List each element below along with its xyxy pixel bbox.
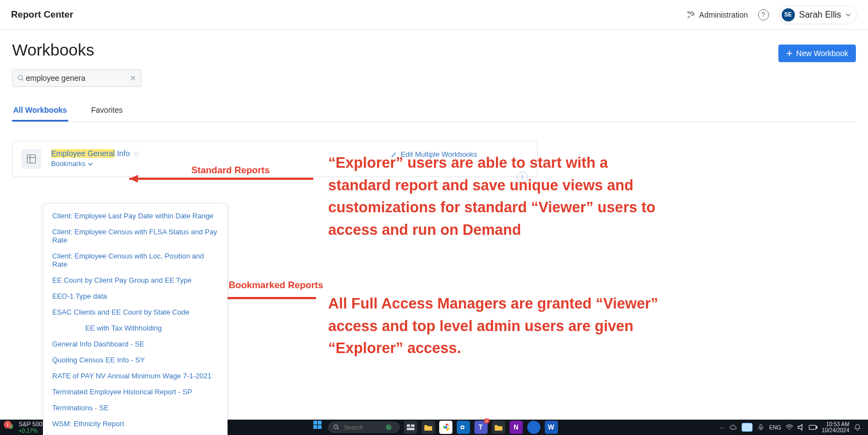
chevron-down-icon (845, 12, 851, 18)
search-box[interactable]: ✕ (12, 69, 141, 87)
bookmarks-toggle[interactable]: Bookmarks (51, 160, 140, 168)
taskbar-search-input[interactable] (343, 423, 382, 431)
bookmarks-label: Bookmarks (51, 160, 86, 168)
taskbar-center: T2 N W (311, 421, 558, 434)
svg-rect-14 (411, 425, 414, 427)
bookmark-item[interactable]: Client: Employee Census with Loc, Positi… (43, 248, 227, 272)
clear-icon[interactable]: ✕ (130, 74, 136, 82)
start-button[interactable] (311, 421, 324, 434)
plus-icon (786, 50, 793, 57)
bookmark-item[interactable]: Client: Employee Last Pay Date within Da… (43, 208, 227, 224)
svg-rect-13 (407, 425, 410, 427)
workbook-title-rest: Info (115, 149, 130, 158)
annotation-paragraph-1: “Explorer” users are able to start with … (328, 152, 664, 241)
new-workbook-label: New Workbook (796, 49, 848, 58)
stock-widget[interactable]: S&P 500 +0.17% (19, 421, 42, 433)
battery-icon[interactable] (809, 425, 817, 430)
outlook-icon[interactable] (457, 421, 470, 434)
notification-badge: ! (4, 421, 12, 428)
zoom-icon[interactable] (527, 421, 540, 434)
header-right: Administration ? SE Sarah Ellis (686, 5, 857, 24)
svg-rect-21 (760, 425, 762, 428)
page-stage: Workbooks New Workbook ✕ All Workbooks F… (0, 30, 868, 420)
favorite-star-icon[interactable]: ☆ (133, 149, 140, 158)
tabs: All Workbooks Favorites (12, 100, 856, 122)
page-title: Workbooks (12, 41, 95, 59)
help-button[interactable]: ? (758, 9, 769, 20)
weather-widget-icon: ! (5, 422, 15, 432)
stock-label: S&P 500 (19, 421, 42, 427)
teams-icon[interactable]: T2 (474, 421, 488, 434)
task-view-icon[interactable] (404, 421, 417, 434)
user-name: Sarah Ellis (799, 10, 841, 20)
notifications-icon[interactable] (854, 423, 861, 431)
title-row: Workbooks New Workbook (12, 37, 856, 69)
clock[interactable]: 10:53 AM 10/24/2024 (822, 421, 849, 433)
help-icon: ? (758, 9, 769, 20)
bookmark-item[interactable]: ESAC Clients and EE Count by State Code (43, 304, 227, 320)
workbook-body: Employee General Info ☆ Bookmarks (51, 149, 140, 168)
stock-pct: +0.17% (19, 428, 42, 434)
explorer-icon[interactable] (422, 421, 435, 434)
administration-link[interactable]: Administration (686, 10, 748, 20)
tools-icon (686, 10, 696, 20)
tab-favorites[interactable]: Favorites (90, 100, 124, 122)
bookmark-item[interactable]: WSM: Ethnicity Report (43, 416, 227, 432)
svg-point-20 (461, 426, 463, 428)
workbook-title-link[interactable]: Employee General Info (51, 149, 130, 158)
onedrive-icon[interactable] (729, 423, 737, 431)
volume-icon[interactable] (798, 423, 804, 431)
bookmark-item[interactable]: Client: Employee Census with FLSA Status… (43, 224, 227, 248)
avatar: SE (782, 8, 795, 21)
taskbar-search[interactable] (328, 422, 400, 433)
app-header: Report Center Administration ? SE Sarah … (0, 0, 868, 30)
svg-rect-23 (816, 426, 817, 428)
svg-point-12 (385, 425, 391, 431)
bookmark-item[interactable]: EE with Tax Withholding (43, 320, 227, 336)
taskbar-left[interactable]: ! S&P 500 +0.17% (0, 421, 42, 433)
workbook-title-highlight: Employee General (51, 149, 115, 158)
folder-icon[interactable] (492, 421, 505, 434)
chevron-down-icon (88, 162, 93, 167)
word-icon[interactable]: W (545, 421, 558, 434)
tray-chevron-icon[interactable]: ︿ (720, 423, 725, 431)
svg-point-0 (688, 12, 689, 13)
snip-icon[interactable] (742, 423, 753, 432)
bookmark-item[interactable]: EEO-1 Type data (43, 288, 227, 304)
onenote-icon[interactable]: N (510, 421, 523, 434)
administration-label: Administration (699, 10, 748, 19)
svg-point-1 (18, 75, 23, 80)
user-menu[interactable]: SE Sarah Ellis (779, 5, 857, 24)
bookmark-item[interactable]: Quoting Census EE Info - SY (43, 352, 227, 368)
chrome-icon[interactable] (439, 421, 452, 434)
tab-all-workbooks[interactable]: All Workbooks (12, 100, 68, 122)
bookmark-item[interactable]: Terminated Employee Historical Report - … (43, 384, 227, 400)
app-title: Report Center (11, 9, 73, 20)
mic-icon[interactable] (757, 423, 765, 431)
search-input[interactable] (25, 73, 130, 83)
copilot-icon (385, 423, 392, 431)
svg-line-11 (337, 428, 339, 430)
language-indicator[interactable]: ENG (769, 425, 781, 431)
bookmarks-done-button[interactable]: DONE (43, 432, 227, 435)
workbook-icon (21, 149, 41, 169)
clock-time: 10:53 AM (822, 421, 849, 427)
search-icon (333, 424, 340, 431)
new-workbook-button[interactable]: New Workbook (778, 45, 856, 62)
workbook-title-row: Employee General Info ☆ (51, 149, 140, 158)
annotation-paragraph-2: All Full Access Managers are granted “Vi… (328, 293, 664, 360)
taskbar-right: ︿ ENG 10:53 AM 10/24/2024 (720, 421, 868, 433)
clock-date: 10/24/2024 (822, 427, 849, 433)
svg-line-2 (22, 79, 24, 81)
search-icon (17, 74, 25, 82)
bookmark-item[interactable]: EE Count by Client Pay Group and EE Type (43, 272, 227, 288)
svg-point-10 (334, 425, 338, 429)
bookmark-item[interactable]: RATE of PAY NV Annual Minimum Wage 7-1-2… (43, 368, 227, 384)
bookmark-item[interactable]: Terminations - SE (43, 400, 227, 416)
arrow-standard-reports (118, 173, 316, 184)
bookmark-item[interactable]: General Info Dashboard - SE (43, 336, 227, 352)
wifi-icon[interactable] (786, 424, 793, 431)
svg-rect-22 (809, 425, 816, 429)
teams-badge: 2 (484, 419, 489, 423)
bookmarks-dropdown: Client: Employee Last Pay Date within Da… (43, 203, 228, 435)
